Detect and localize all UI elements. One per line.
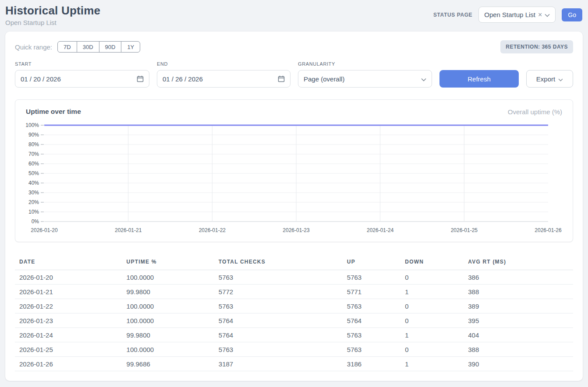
table-row: 2026-01-2699.9686318731861390 (15, 357, 573, 371)
start-date-input[interactable]: 01 / 20 / 2026 (15, 70, 149, 88)
page-header: Historical Uptime Open Startup List STAT… (0, 0, 588, 30)
table-cell: 404 (464, 328, 573, 342)
table-row: 2026-01-25100.0000576357630388 (15, 342, 573, 357)
y-tick-label: 80% (28, 141, 39, 148)
y-tick-label: 40% (28, 180, 39, 186)
table-cell: 5771 (343, 285, 400, 299)
y-tick-label: 50% (28, 170, 39, 176)
table-row: 2026-01-2199.9800577257711388 (15, 285, 573, 299)
quick-range-group: 7D30D90D1Y (57, 41, 140, 53)
status-page-label: STATUS PAGE (433, 12, 472, 18)
calendar-icon[interactable] (137, 75, 144, 82)
table-cell: 5764 (214, 313, 343, 328)
end-date-value: 01 / 26 / 2026 (163, 75, 203, 83)
y-tick-label: 70% (28, 151, 39, 157)
y-tick-label: 20% (28, 199, 39, 205)
column-header: UPTIME % (122, 254, 214, 270)
y-tick-label: 100% (26, 122, 39, 128)
table-cell: 5763 (214, 342, 343, 357)
granularity-select[interactable]: Page (overall) (298, 70, 432, 88)
table-cell: 2026-01-25 (15, 342, 122, 357)
table-cell: 100.0000 (122, 342, 214, 357)
table-cell: 99.9800 (122, 328, 214, 342)
status-page-select[interactable]: Open Startup List × (478, 7, 556, 23)
x-tick-label: 2026-01-26 (535, 227, 562, 233)
y-tick-label: 0% (32, 218, 39, 225)
table-cell: 5764 (214, 328, 343, 342)
table-body: 2026-01-20100.00005763576303862026-01-21… (15, 270, 573, 371)
chevron-down-icon (545, 11, 550, 19)
table-cell: 2026-01-23 (15, 313, 122, 328)
calendar-icon[interactable] (278, 75, 285, 82)
table-cell: 1 (400, 357, 464, 371)
chart-title: Uptime over time (26, 108, 81, 116)
quick-range-1y[interactable]: 1Y (121, 41, 140, 53)
chart-header: Uptime over time Overall uptime (%) (26, 108, 562, 116)
quick-range-7d[interactable]: 7D (57, 41, 77, 53)
quick-range-90d[interactable]: 90D (99, 41, 122, 53)
column-header: UP (343, 254, 400, 270)
retention-badge: RETENTION: 365 DAYS (500, 40, 573, 53)
page-heading: Historical Uptime Open Startup List (5, 4, 100, 26)
table-cell: 390 (464, 357, 573, 371)
quick-range-label: Quick range: (15, 43, 52, 51)
column-header: TOTAL CHECKS (214, 254, 343, 270)
table-head: DATEUPTIME %TOTAL CHECKSUPDOWNAVG RT (MS… (15, 254, 573, 270)
status-page-value: Open Startup List (484, 11, 535, 18)
table-cell: 1 (400, 285, 464, 299)
table-cell: 0 (400, 342, 464, 357)
end-label: END (157, 61, 290, 67)
table-cell: 0 (400, 270, 464, 285)
main-card: Quick range: 7D30D90D1Y RETENTION: 365 D… (5, 32, 583, 381)
quick-range-row: Quick range: 7D30D90D1Y RETENTION: 365 D… (15, 40, 573, 53)
column-header: DATE (15, 254, 122, 270)
table-row: 2026-01-23100.0000576457640395 (15, 313, 573, 328)
table-cell: 5772 (214, 285, 343, 299)
chart-legend: Overall uptime (%) (508, 108, 562, 116)
clear-icon[interactable]: × (538, 11, 542, 18)
quick-range-30d[interactable]: 30D (77, 41, 99, 53)
go-button[interactable]: Go (562, 8, 582, 21)
page-title: Historical Uptime (5, 4, 100, 18)
x-tick-label: 2026-01-22 (199, 227, 226, 233)
table-cell: 5763 (214, 299, 343, 313)
table-row: 2026-01-22100.0000576357630389 (15, 299, 573, 313)
table-cell: 2026-01-21 (15, 285, 122, 299)
table-cell: 5764 (343, 313, 400, 328)
table-cell: 3186 (343, 357, 400, 371)
table-header-row: DATEUPTIME %TOTAL CHECKSUPDOWNAVG RT (MS… (15, 254, 573, 270)
controls-row: START 01 / 20 / 2026 END 01 / 26 / 2026 … (15, 61, 573, 88)
table-row: 2026-01-2499.9800576457631404 (15, 328, 573, 342)
column-header: DOWN (400, 254, 464, 270)
start-label: START (15, 61, 149, 67)
table-cell: 99.9800 (122, 285, 214, 299)
table-cell: 2026-01-24 (15, 328, 122, 342)
column-header: AVG RT (MS) (464, 254, 573, 270)
table-cell: 0 (400, 299, 464, 313)
x-tick-label: 2026-01-25 (451, 227, 478, 233)
end-date-input[interactable]: 01 / 26 / 2026 (157, 70, 290, 88)
table-cell: 100.0000 (122, 299, 214, 313)
y-tick-label: 60% (28, 161, 39, 167)
export-label: Export (536, 75, 555, 83)
table-cell: 2026-01-22 (15, 299, 122, 313)
table-cell: 1 (400, 328, 464, 342)
header-right: STATUS PAGE Open Startup List × Go (433, 7, 582, 23)
export-button[interactable]: Export (526, 70, 573, 88)
table-cell: 395 (464, 313, 573, 328)
chevron-down-icon (421, 75, 426, 83)
y-tick-label: 30% (28, 190, 39, 196)
table-cell: 389 (464, 299, 573, 313)
x-tick-label: 2026-01-23 (283, 227, 310, 233)
table-cell: 2026-01-26 (15, 357, 122, 371)
x-tick-label: 2026-01-21 (115, 227, 142, 233)
uptime-table: DATEUPTIME %TOTAL CHECKSUPDOWNAVG RT (MS… (15, 254, 573, 371)
table-row: 2026-01-20100.0000576357630386 (15, 270, 573, 285)
refresh-button[interactable]: Refresh (439, 70, 519, 88)
granularity-label: GRANULARITY (298, 61, 432, 67)
x-tick-label: 2026-01-20 (31, 227, 58, 233)
x-tick-label: 2026-01-24 (367, 227, 394, 233)
table-cell: 388 (464, 285, 573, 299)
table-cell: 100.0000 (122, 313, 214, 328)
y-tick-label: 90% (28, 132, 39, 138)
